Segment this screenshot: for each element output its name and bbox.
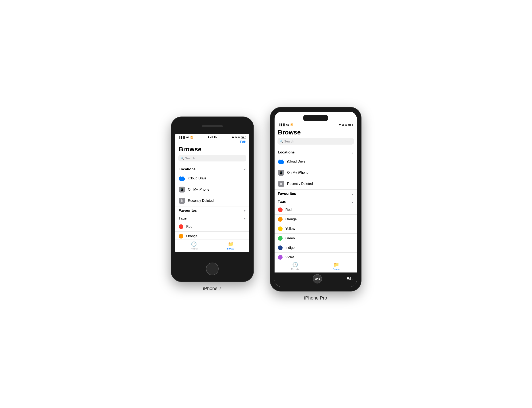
iphone7-body: ▐▐▐▐ GS 📶 9:41 AM ✱ 58 % [171,117,253,281]
orange-tag-item[interactable]: Orange [175,231,249,239]
pro-icloud-drive-item[interactable]: iCloud Drive [275,156,357,167]
app-scroll-content: Locations ∨ iCloud Drive [175,165,249,239]
icloud-icon [179,175,185,181]
pro-phone-icon-box: 📱 [278,170,284,176]
tab-recents[interactable]: 🕐 Recents [175,241,212,250]
pro-tags-section-header[interactable]: Tags ∨ [275,197,357,205]
pro-trash-icon-box: 🗑 [278,181,284,187]
red-label: Red [186,225,193,229]
pro-time-circle: 9:41 [313,274,322,283]
tab-bar: 🕐 Recents 📁 Browse [175,239,249,252]
pro-tags-title: Tags [278,199,286,204]
bluetooth-icon: ✱ [232,136,234,139]
locations-section-header[interactable]: Locations ∨ [175,165,249,173]
favourites-section-header[interactable]: Favourites ∨ [175,206,249,214]
pro-favourites-section-header[interactable]: Favourites ∨ [275,189,357,197]
pro-recently-deleted-item[interactable]: 🗑 Recently Deleted [275,178,357,189]
pro-indigo-tag-item[interactable]: Indigo [275,243,357,252]
pro-indigo-label: Indigo [286,246,295,250]
pro-tab-browse[interactable]: 📁 Browse [316,262,357,270]
browse-title: Browse [175,145,249,155]
status-bar: ▐▐▐▐ GS 📶 9:41 AM ✱ 58 % [175,134,249,140]
pro-orange-tag-item[interactable]: Orange [275,214,357,224]
pro-bluetooth: ✱ [339,123,341,126]
recently-deleted-label: Recently Deleted [188,199,214,203]
pro-on-my-iphone-item[interactable]: 📱 On My iPhone [275,167,357,178]
tags-chevron: ∨ [244,217,246,220]
speaker [202,125,223,127]
pro-icloud-icon [278,158,284,165]
pro-recents-tab-icon: 🕐 [292,262,298,267]
trash-icon-box: 🗑 [179,198,185,204]
red-tag-item[interactable]: Red [175,222,249,231]
iphone-pro-body: ▐▐▐▐ GS 📶 ✱ 58 % Browse [270,107,361,291]
pro-search-placeholder: Search [284,139,294,143]
wifi-icon: 📶 [190,136,193,139]
on-my-iphone-label: On My iPhone [188,188,209,191]
pro-edit-btn[interactable]: Edit [347,277,353,281]
browse-tab-label: Browse [227,247,234,250]
locations-title: Locations [179,167,196,171]
favourites-title: Favourites [179,209,197,213]
pro-battery-pct: 58 % [342,123,347,126]
pro-battery-fill [348,124,351,126]
favourites-chevron: ∨ [244,209,246,212]
svg-point-4 [278,160,281,162]
pro-bottom-bar: 9:41 Edit [275,272,357,287]
pro-browse-tab-icon: 📁 [333,262,339,267]
pro-locations-chevron: ∨ [351,151,354,154]
pro-phone-icon: 📱 [278,170,284,176]
on-my-iphone-item[interactable]: 📱 On My iPhone [175,184,249,195]
phone7-label: iPhone 7 [203,286,221,291]
pro-recently-deleted-label: Recently Deleted [287,182,313,186]
battery-percent: 58 % [235,136,240,139]
recents-tab-icon: 🕐 [191,241,197,247]
iphone-pro-screen: ▐▐▐▐ GS 📶 ✱ 58 % Browse [275,112,357,287]
header-row: Edit [175,140,249,145]
pro-battery-body [348,124,353,126]
edit-button[interactable]: Edit [240,140,246,144]
browse-tab-icon: 📁 [228,241,234,247]
pro-indigo-dot [278,246,283,250]
pro-search-bar[interactable]: 🔍 Search [278,138,354,144]
pro-red-tag-item[interactable]: Red [275,205,357,214]
home-button[interactable] [206,263,219,275]
orange-label: Orange [186,234,197,238]
pro-tab-recents[interactable]: 🕐 Recents [275,262,316,270]
icloud-label: iCloud Drive [188,177,206,180]
tab-browse[interactable]: 📁 Browse [212,241,249,250]
svg-point-1 [179,177,182,179]
pro-violet-dot [278,255,283,260]
pro-wifi-icon: 📶 [290,123,293,126]
red-dot [179,224,183,229]
search-icon: 🔍 [180,157,184,160]
pro-yellow-dot [278,227,283,231]
pro-battery-icon [348,124,353,126]
pro-status-right: ✱ 58 % [339,123,352,126]
phone-icon: 📱 [179,186,185,193]
recently-deleted-item[interactable]: 🗑 Recently Deleted [175,195,249,206]
pro-trash-icon: 🗑 [278,181,284,187]
search-bar[interactable]: 🔍 Search [178,155,246,162]
status-left: ▐▐▐▐ GS 📶 [179,136,193,139]
pro-green-tag-item[interactable]: Green [275,233,357,243]
pro-orange-label: Orange [286,217,297,221]
trash-icon: 🗑 [179,197,185,204]
battery-body [241,136,246,138]
pro-favourites-chevron: ∨ [351,192,354,196]
pro-icloud-label: iCloud Drive [287,160,305,163]
pro-yellow-tag-item[interactable]: Yellow [275,224,357,233]
pro-status-left: ▐▐▐▐ GS 📶 [279,123,293,126]
icloud-drive-item[interactable]: iCloud Drive [175,173,249,184]
iphone7-screen: ▐▐▐▐ GS 📶 9:41 AM ✱ 58 % [175,134,249,252]
pro-violet-tag-item[interactable]: Violet [275,252,357,260]
tags-section-header[interactable]: Tags ∨ [175,214,249,222]
pro-yellow-label: Yellow [286,227,295,231]
pro-app-content: Locations ∨ iCloud Drive [275,148,357,260]
pro-tags-chevron: ∨ [351,200,354,203]
pro-on-my-iphone-label: On My iPhone [287,171,309,175]
locations-chevron: ∨ [244,168,246,171]
pro-locations-section-header[interactable]: Locations ∨ [275,148,357,156]
svg-point-2 [182,177,184,178]
iphone-pro-label: iPhone Pro [304,295,327,301]
